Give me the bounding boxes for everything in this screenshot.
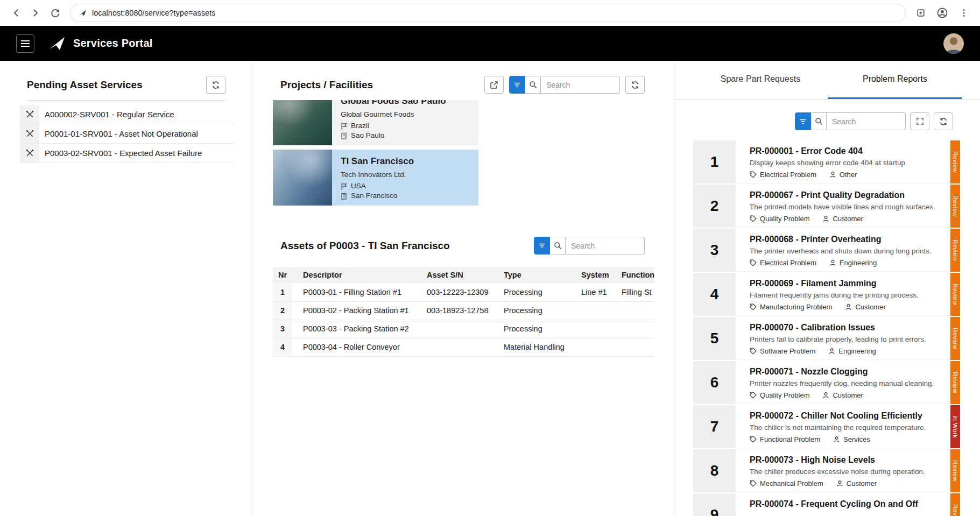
search-icon [554, 242, 562, 250]
table-row[interactable]: 4 P0003-04 - Roller Conveyor Material Ha… [273, 338, 654, 356]
asset-system [570, 338, 611, 356]
flag-icon [341, 183, 347, 190]
report-title: PR-000073 - High Noise Levels [750, 455, 946, 465]
status-badge: Review [950, 185, 960, 228]
brand-logo-icon [50, 37, 66, 50]
pending-service-label: P0001-01-SRV001 - Asset Not Operational [45, 129, 198, 138]
asset-nr: 2 [273, 301, 292, 320]
browser-refresh-button[interactable] [45, 3, 65, 23]
browser-forward-button[interactable] [26, 3, 45, 23]
list-item[interactable]: 9 PR-000074 - Frequent Cycling On and Of… [693, 493, 960, 516]
tag-icon [750, 480, 757, 487]
table-row[interactable]: 2 P0003-02 - Packing Station #1 003-1892… [273, 301, 654, 320]
reports-search-button[interactable] [811, 112, 827, 130]
report-category: Quality Problem [760, 391, 809, 399]
asset-serial: 003-18923-12758 [416, 301, 493, 320]
asset-function: Filling St [611, 283, 654, 301]
asset-function [611, 301, 654, 320]
site-icon [79, 10, 87, 16]
extensions-button[interactable] [911, 3, 930, 23]
browser-menu-button[interactable] [954, 3, 974, 23]
list-item[interactable]: 8 PR-000073 - High Noise Levels The chil… [693, 449, 960, 492]
asset-function [611, 320, 654, 338]
reports-expand-button[interactable] [910, 112, 929, 130]
list-item[interactable]: 6 PR-000071 - Nozzle Clogging Printer no… [693, 361, 960, 404]
projects-refresh-button[interactable] [625, 76, 645, 94]
tab-problem-reports[interactable]: Problem Reports [828, 61, 962, 99]
browser-profile-button[interactable] [933, 3, 952, 23]
user-avatar[interactable] [943, 33, 964, 54]
projects-search-button[interactable] [525, 76, 541, 94]
facility-card[interactable]: Global Foods Sao Paulo Global Gourmet Fo… [273, 100, 478, 145]
assets-column-header: Function [611, 267, 654, 283]
report-title: PR-000072 - Chiller Not Cooling Efficien… [750, 411, 946, 421]
asset-type: Material Handling [493, 338, 570, 356]
pending-service-item[interactable]: P0001-01-SRV001 - Asset Not Operational [20, 124, 234, 144]
report-category: Quality Problem [760, 215, 809, 223]
report-audience: Customer [833, 215, 863, 223]
facility-city: San Francisco [351, 191, 397, 201]
pending-service-item[interactable]: A000002-SRV001 - Regular Service [20, 105, 234, 124]
tab-spare-part-requests[interactable]: Spare Part Requests [693, 61, 828, 99]
facility-photo [273, 100, 332, 145]
menu-toggle-button[interactable] [16, 34, 34, 53]
pending-services-title: Pending Asset Services [27, 79, 143, 91]
building-icon [341, 193, 347, 200]
facility-country: Brazil [351, 121, 369, 131]
report-title: PR-000067 - Print Quality Degradation [750, 190, 946, 200]
audience-icon [822, 215, 829, 222]
main-content: Pending Asset Services [0, 61, 980, 516]
report-category: Electrical Problem [760, 171, 816, 179]
reports-panel: Spare Part Requests Problem Reports [675, 61, 980, 516]
open-external-button[interactable] [484, 76, 504, 94]
facility-company: Global Gourmet Foods [341, 110, 446, 118]
assets-filter-button[interactable] [534, 237, 550, 255]
tag-icon [750, 348, 757, 355]
audience-icon [829, 259, 836, 266]
list-item[interactable]: 7 PR-000072 - Chiller Not Cooling Effici… [693, 405, 960, 448]
brand: Services Portal [50, 37, 153, 50]
list-item[interactable]: 5 PR-000070 - Calibration Issues Printer… [693, 317, 960, 360]
reports-search-input[interactable] [827, 112, 906, 130]
facility-card[interactable]: TI San Francisco Tech Innovators Ltd. US… [273, 150, 478, 206]
assets-search-input[interactable] [566, 237, 645, 255]
asset-system [570, 301, 611, 320]
report-title: PR-000070 - Calibration Issues [750, 323, 946, 333]
pending-service-label: A000002-SRV001 - Regular Service [45, 110, 174, 119]
report-description: The chiller produces excessive noise dur… [750, 468, 946, 476]
asset-nr: 4 [273, 338, 292, 356]
report-number: 4 [693, 273, 736, 316]
facility-photo [273, 150, 332, 206]
list-item[interactable]: 3 PR-000068 - Printer Overheating The pr… [693, 229, 960, 272]
reports-filter-button[interactable] [795, 112, 811, 130]
tag-icon [750, 171, 757, 178]
tools-icon [20, 105, 39, 124]
url-text: localhost:8080/service?type=assets [92, 9, 215, 17]
list-item[interactable]: 4 PR-000069 - Filament Jamming Filament … [693, 273, 960, 316]
assets-title: Assets of P0003 - TI San Francisco [280, 240, 450, 252]
table-row[interactable]: 1 P0003-01 - Filling Station #1 003-1222… [273, 283, 654, 301]
url-bar[interactable]: localhost:8080/service?type=assets [70, 4, 906, 22]
browser-chrome: localhost:8080/service?type=assets [0, 0, 980, 26]
report-number: 8 [693, 449, 736, 492]
table-row[interactable]: 3 P0003-03 - Packing Station #2 Processi… [273, 320, 654, 338]
projects-filter-button[interactable] [509, 76, 525, 94]
report-number: 1 [693, 140, 736, 183]
browser-back-button[interactable] [6, 3, 26, 23]
reports-tab-bar: Spare Part Requests Problem Reports [675, 61, 980, 100]
pending-refresh-button[interactable] [206, 76, 225, 94]
pending-service-item[interactable]: P0003-02-SRV001 - Expected Asset Failure [20, 144, 234, 163]
asset-system [570, 320, 611, 338]
reports-refresh-button[interactable] [934, 112, 953, 130]
assets-search-button[interactable] [550, 237, 566, 255]
list-item[interactable]: 2 PR-000067 - Print Quality Degradation … [693, 185, 960, 228]
report-number: 7 [693, 405, 736, 448]
kebab-icon [959, 8, 969, 18]
list-item[interactable]: 1 PR-000001 - Error Code 404 Display kee… [693, 140, 960, 183]
reload-icon [50, 8, 60, 18]
profile-icon [936, 7, 948, 19]
asset-serial: 003-12223-12309 [416, 283, 493, 301]
open-external-icon [490, 81, 498, 89]
projects-search-input[interactable] [541, 76, 620, 94]
problem-report-list: 1 PR-000001 - Error Code 404 Display kee… [693, 140, 960, 516]
